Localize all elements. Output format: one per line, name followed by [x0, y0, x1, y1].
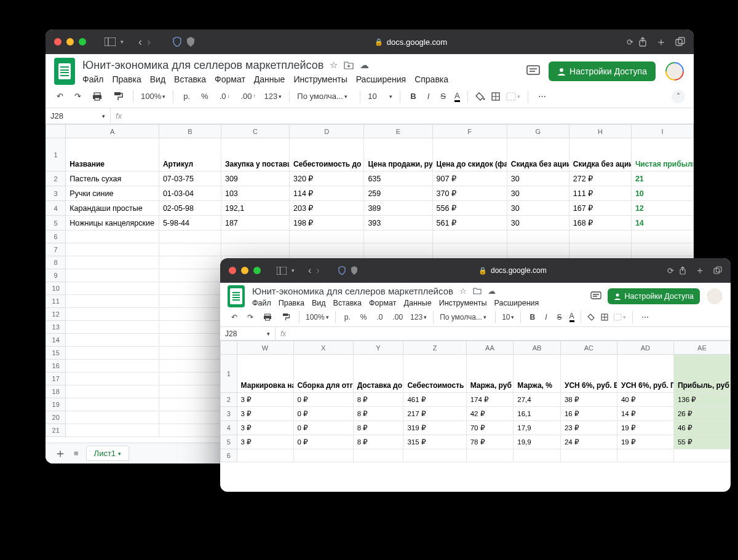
sidebar-icon[interactable] — [105, 37, 116, 46]
cell[interactable] — [66, 360, 159, 373]
cell[interactable] — [631, 231, 693, 243]
cell[interactable]: 556 ₽ — [432, 201, 507, 216]
format-123-button[interactable]: 123▾ — [410, 313, 427, 321]
cell[interactable]: 14 ₽ — [617, 407, 673, 421]
row-header[interactable]: 7 — [46, 243, 66, 256]
cell[interactable]: 103 — [221, 186, 289, 201]
bold-button[interactable]: B — [527, 312, 538, 323]
col-header[interactable]: I — [631, 125, 693, 138]
header-cell[interactable]: Чистая прибыль, % — [631, 138, 693, 172]
row-header[interactable]: 16 — [46, 360, 66, 373]
header-cell[interactable]: Себестоимость до маркета — [290, 138, 364, 172]
cell[interactable]: 3 ₽ — [237, 435, 293, 449]
cell[interactable] — [159, 243, 221, 256]
italic-button[interactable]: I — [425, 90, 432, 102]
nav-forward-icon[interactable]: › — [316, 265, 319, 276]
menu-Вид[interactable]: Вид — [150, 74, 165, 84]
strike-button[interactable]: S — [555, 312, 565, 323]
cell[interactable] — [159, 231, 221, 243]
cell[interactable]: 167 ₽ — [569, 201, 631, 216]
sidebar-icon[interactable] — [277, 267, 287, 275]
cell[interactable]: 42 ₽ — [466, 407, 514, 421]
formula-input[interactable] — [122, 108, 694, 124]
col-header[interactable]: F — [432, 125, 507, 138]
header-cell[interactable]: Закупка у поставщика — [221, 138, 289, 172]
fill-color-button[interactable] — [587, 314, 596, 321]
cell[interactable]: 198 ₽ — [290, 216, 364, 231]
new-tab-icon[interactable]: ＋ — [695, 264, 705, 277]
cell[interactable]: 3 ₽ — [237, 393, 293, 407]
url-bar[interactable]: 🔒 docs.google.com — [200, 37, 622, 47]
cell[interactable]: 315 ₽ — [403, 435, 466, 449]
cell[interactable]: 0 ₽ — [293, 421, 353, 435]
nav-back-icon[interactable]: ‹ — [308, 265, 311, 276]
cell[interactable]: 26 ₽ — [673, 407, 730, 421]
cell[interactable] — [159, 295, 221, 308]
redo-button[interactable]: ↷ — [245, 312, 256, 323]
header-cell[interactable]: Скидка без ации, % — [507, 138, 569, 172]
cell[interactable] — [66, 321, 159, 334]
menu-Инструменты[interactable]: Инструменты — [439, 299, 487, 307]
cell[interactable]: 217 ₽ — [403, 407, 466, 421]
row-header[interactable]: 13 — [46, 321, 66, 334]
cell[interactable]: 393 — [364, 216, 432, 231]
cell[interactable] — [159, 308, 221, 321]
row-header[interactable]: 8 — [46, 256, 66, 269]
header-cell[interactable]: Название — [66, 138, 159, 172]
menu-Инструменты[interactable]: Инструменты — [293, 74, 347, 84]
fill-color-button[interactable] — [475, 92, 485, 101]
cell[interactable]: 3 ₽ — [237, 421, 293, 435]
reload-icon[interactable]: ⟳ — [667, 266, 674, 275]
italic-button[interactable]: I — [542, 312, 549, 323]
row-header[interactable]: 3 — [221, 407, 237, 421]
paint-format-button[interactable] — [279, 312, 293, 323]
print-button[interactable] — [261, 312, 274, 322]
cell[interactable]: 38 ₽ — [560, 393, 617, 407]
sheets-logo-icon[interactable] — [54, 58, 75, 85]
col-header[interactable]: C — [221, 125, 289, 138]
cell[interactable]: 259 — [364, 186, 432, 201]
cell[interactable] — [290, 231, 364, 243]
share-button[interactable]: Настройки Доступа — [549, 61, 656, 81]
cell[interactable]: 370 ₽ — [432, 186, 507, 201]
cloud-icon[interactable]: ☁ — [488, 286, 496, 296]
avatar[interactable] — [664, 61, 685, 82]
header-cell[interactable]: Маржа, руб — [466, 355, 514, 393]
url-bar[interactable]: 🔒 docs.google.com — [363, 266, 662, 275]
cell[interactable]: 111 ₽ — [569, 186, 631, 201]
header-cell[interactable]: Цена продажи, руб — [364, 138, 432, 172]
collapse-toolbar-button[interactable]: ˄ — [672, 90, 685, 103]
cell[interactable]: 168 ₽ — [569, 216, 631, 231]
cell[interactable]: 01-03-04 — [159, 186, 221, 201]
borders-button[interactable] — [601, 314, 608, 321]
cell[interactable] — [221, 231, 289, 243]
col-header[interactable]: W — [237, 341, 293, 355]
currency-button[interactable]: р. — [342, 312, 353, 323]
cell[interactable] — [159, 334, 221, 347]
cell[interactable] — [466, 449, 514, 462]
doc-title[interactable]: Юнит-экономика для селлеров маркетплейсо… — [82, 59, 323, 72]
cell[interactable]: 8 ₽ — [353, 407, 403, 421]
cell[interactable]: 0 ₽ — [293, 407, 353, 421]
cell[interactable] — [66, 424, 159, 437]
menu-Расширения[interactable]: Расширения — [356, 74, 406, 84]
header-cell[interactable]: УСН 6%, руб. Без акции — [560, 355, 617, 393]
minimize-icon[interactable] — [66, 38, 74, 45]
cell[interactable]: 174 ₽ — [466, 393, 514, 407]
col-header[interactable]: Z — [403, 341, 466, 355]
menu-Правка[interactable]: Правка — [112, 74, 141, 84]
menu-Формат[interactable]: Формат — [369, 299, 396, 307]
spreadsheet-grid-2[interactable]: WXYZAAABACADAE1Маркировка на ФФ/складе, … — [220, 341, 731, 462]
share-icon[interactable] — [638, 37, 647, 47]
col-header[interactable]: Y — [353, 341, 403, 355]
cell[interactable] — [364, 231, 432, 243]
decrease-decimal-button[interactable]: .0↓ — [217, 90, 232, 102]
add-sheet-button[interactable]: ＋ — [54, 445, 66, 462]
paint-format-button[interactable] — [111, 90, 125, 103]
cell[interactable]: 907 ₽ — [432, 172, 507, 186]
cell[interactable]: 5-98-44 — [159, 216, 221, 231]
menu-Вставка[interactable]: Вставка — [174, 74, 206, 84]
row-header[interactable]: 20 — [46, 411, 66, 424]
all-sheets-button[interactable]: ≡ — [74, 449, 79, 458]
comments-icon[interactable] — [590, 291, 601, 301]
